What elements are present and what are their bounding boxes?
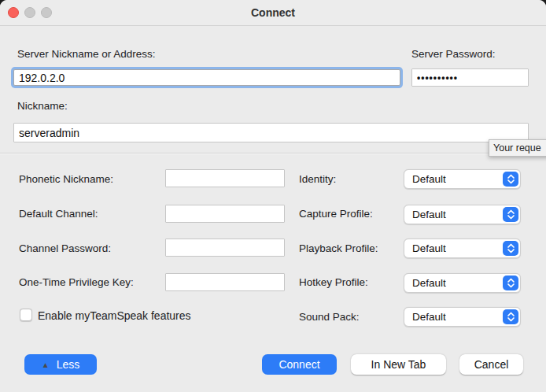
identity-select[interactable]: Default [404,169,521,189]
server-address-label: Server Nickname or Address: [17,48,156,60]
phonetic-nickname-label: Phonetic Nickname: [19,173,113,185]
phonetic-nickname-input[interactable] [165,169,285,187]
chevron-up-down-icon [503,172,518,187]
identity-label: Identity: [299,173,336,185]
in-new-tab-button[interactable]: In New Tab [351,354,446,375]
dropdown-value: Default [412,205,446,224]
playback-profile-select[interactable]: Default [404,239,521,258]
server-address-input[interactable] [13,69,400,86]
default-channel-label: Default Channel: [19,208,98,220]
capture-profile-label: Capture Profile: [299,208,373,220]
dropdown-value: Default [412,274,446,292]
sound-pack-label: Sound Pack: [299,311,360,323]
server-password-label: Server Password: [411,48,496,60]
privilege-key-label: One-Time Privilege Key: [19,276,134,288]
privilege-key-input[interactable] [165,273,285,291]
default-channel-input[interactable] [165,205,285,223]
chevron-up-down-icon [503,309,518,324]
triangle-up-icon: ▲ [42,361,50,369]
dropdown-value: Default [412,170,446,188]
hotkey-profile-select[interactable]: Default [404,273,521,293]
connect-dialog: Connect Server Nickname or Address: Serv… [0,0,546,392]
channel-password-label: Channel Password: [19,242,111,254]
nickname-input[interactable] [13,123,529,142]
myteamspeak-checkbox-label: Enable myTeamSpeak features [38,309,191,322]
server-password-input[interactable] [411,68,529,87]
hotkey-profile-label: Hotkey Profile: [299,276,368,288]
less-button[interactable]: ▲ Less [24,354,97,375]
chevron-up-down-icon [503,276,518,290]
chevron-up-down-icon [503,207,518,222]
section-divider [0,153,546,154]
less-button-label: Less [57,358,80,371]
sound-pack-select[interactable]: Default [404,307,521,327]
dropdown-value: Default [412,239,446,257]
capture-profile-select[interactable]: Default [404,205,521,224]
tooltip: Your reque [489,139,546,157]
window-title: Connect [0,0,546,26]
cancel-button[interactable]: Cancel [459,354,523,375]
playback-profile-label: Playback Profile: [299,242,378,254]
myteamspeak-checkbox[interactable] [20,309,32,321]
connect-button[interactable]: Connect [262,354,337,375]
channel-password-input[interactable] [165,239,285,257]
nickname-label: Nickname: [17,100,68,112]
chevron-up-down-icon [503,241,518,256]
dropdown-value: Default [412,308,446,326]
titlebar[interactable]: Connect [0,0,546,26]
